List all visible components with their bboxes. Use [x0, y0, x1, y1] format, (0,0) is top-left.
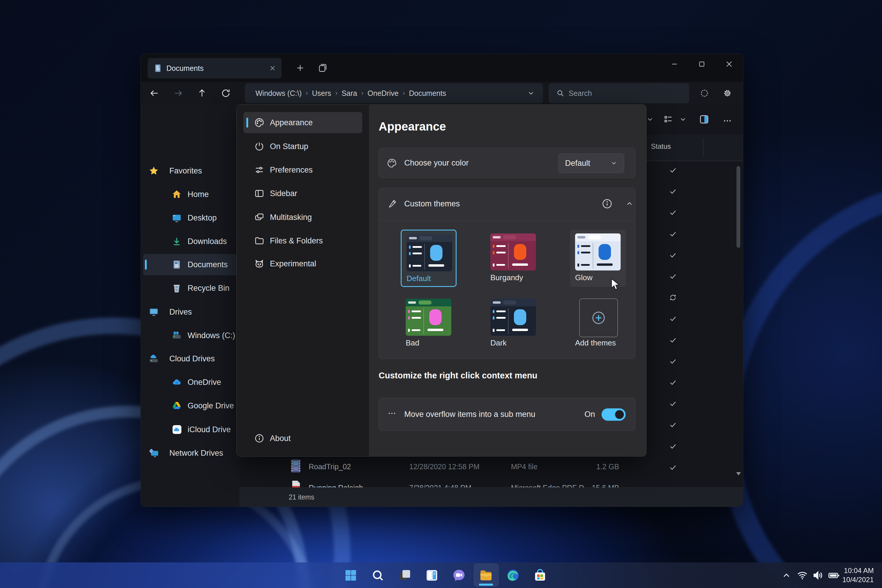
tab-documents[interactable]: Documents — [148, 58, 282, 78]
sidebar-item-network-drives[interactable]: Network Drives — [141, 442, 239, 464]
scrollbar-down-arrow[interactable] — [736, 471, 741, 476]
microsoft-store-icon[interactable] — [531, 567, 549, 584]
breadcrumb-item[interactable]: Windows (C:\) — [255, 89, 302, 98]
choose-color-label: Choose your color — [404, 159, 469, 168]
settings-nav-on-startup[interactable]: On Startup — [243, 136, 362, 157]
themes-info-icon[interactable] — [601, 198, 613, 210]
breadcrumb-item[interactable]: Documents — [409, 89, 446, 98]
status-check-icon — [669, 379, 677, 386]
status-sync-icon — [669, 294, 677, 302]
sort-chevron-icon[interactable] — [646, 116, 654, 123]
chat-icon[interactable] — [450, 567, 468, 584]
edge-browser-icon[interactable] — [504, 567, 522, 584]
sidebar-item-windows-c-drive[interactable]: Windows (C:) — [141, 325, 239, 346]
tab-close-icon[interactable] — [269, 64, 276, 72]
forward-button[interactable] — [171, 87, 185, 99]
breadcrumb-item[interactable]: OneDrive — [368, 89, 399, 98]
tab-layout-icon[interactable] — [313, 58, 332, 77]
sidebar-item-desktop[interactable]: Desktop — [141, 207, 239, 228]
brush-icon — [387, 199, 397, 209]
address-dropdown-icon[interactable] — [527, 89, 535, 97]
themes-collapse-chevron-icon[interactable] — [626, 200, 634, 208]
taskbar-clock[interactable]: 10:04 AM 10/4/2021 — [842, 566, 874, 584]
color-dropdown[interactable]: Default — [558, 153, 624, 173]
sidebar-item-favorites[interactable]: Favorites — [141, 160, 239, 182]
folder-icon — [254, 236, 265, 246]
settings-nav-files-folders[interactable]: Files & Folders — [243, 230, 362, 251]
layout-chevron-icon[interactable] — [679, 116, 687, 123]
settings-nav-preferences[interactable]: Preferences — [243, 159, 362, 180]
settings-content: Appearance Choose your color Default — [369, 105, 646, 456]
sidebar-item-icloud-drive[interactable]: iCloud Drive — [141, 419, 239, 440]
status-check-icon — [669, 188, 677, 195]
cloud-drives-icon — [148, 353, 159, 364]
minimize-button[interactable] — [664, 54, 685, 74]
google-drive-icon — [171, 400, 182, 411]
theme-tile-default[interactable]: Default — [401, 230, 457, 287]
tray-chevron-up-icon[interactable] — [778, 567, 795, 584]
settings-nav-about[interactable]: About — [243, 428, 362, 449]
add-themes-tile[interactable]: Add themes — [570, 295, 626, 352]
settings-nav-sidebar[interactable]: Sidebar — [243, 183, 362, 204]
color-dropdown-value: Default — [565, 159, 590, 168]
video-file-icon — [290, 459, 302, 473]
sidebar-item-downloads[interactable]: Downloads — [141, 231, 239, 252]
close-button[interactable] — [719, 54, 740, 74]
settings-nav-experimental[interactable]: Experimental — [243, 253, 362, 274]
settings-gear-icon[interactable] — [721, 87, 734, 99]
sidebar-item-cloud-drives[interactable]: Cloud Drives — [141, 348, 239, 369]
sidebar-item-home[interactable]: Home — [141, 184, 239, 205]
sidebar-item-recycle-bin[interactable]: Recycle Bin — [141, 278, 239, 299]
back-button[interactable] — [148, 87, 161, 99]
preview-pane-icon[interactable] — [699, 114, 710, 125]
volume-icon[interactable] — [809, 567, 827, 584]
theme-tile-bad[interactable]: Bad — [401, 295, 457, 352]
titlebar[interactable]: Documents — [141, 54, 743, 82]
palette-icon — [254, 117, 265, 128]
breadcrumb-item[interactable]: Users — [312, 89, 331, 98]
column-header-status[interactable]: Status — [651, 142, 671, 150]
maximize-button[interactable] — [692, 54, 712, 74]
sidebar: Favorites Home Desktop Downloads Documen… — [141, 104, 239, 507]
scrollbar-thumb[interactable] — [736, 166, 740, 248]
theme-tile-burgandy[interactable]: Burgandy — [485, 230, 541, 287]
settings-nav-appearance[interactable]: Appearance — [243, 112, 362, 133]
more-options-icon[interactable] — [723, 116, 732, 126]
card-divider — [379, 220, 635, 221]
color-palette-icon — [387, 158, 397, 168]
battery-icon[interactable] — [825, 567, 843, 584]
search-placeholder: Search — [568, 89, 592, 98]
status-check-icon — [669, 336, 677, 344]
clock-date: 10/4/2021 — [842, 575, 874, 584]
drives-icon — [148, 307, 159, 317]
theme-tile-dark[interactable]: Dark — [485, 295, 541, 352]
items-count: 21 items — [289, 494, 314, 501]
settings-nav-multitasking[interactable]: Multitasking — [243, 207, 362, 228]
breadcrumb-item[interactable]: Sara — [342, 89, 357, 98]
new-tab-button[interactable] — [291, 58, 310, 77]
task-view-icon[interactable] — [396, 567, 414, 584]
search-box[interactable]: Search — [549, 83, 689, 103]
files-app-icon[interactable] — [477, 567, 495, 584]
info-icon — [254, 433, 265, 444]
sidebar-item-google-drive[interactable]: Google Drive — [141, 395, 239, 416]
layout-list-icon[interactable] — [663, 114, 673, 124]
wifi-icon[interactable] — [794, 567, 811, 584]
up-button[interactable] — [195, 87, 209, 99]
settings-nav: Appearance On Startup Preferences — [237, 105, 369, 456]
sidebar-item-drives[interactable]: Drives — [141, 302, 239, 322]
column-divider[interactable] — [703, 138, 704, 156]
navigation-toolbar: Windows (C:\)›Users›Sara›OneDrive›Docume… — [141, 82, 743, 104]
refresh-button[interactable] — [219, 87, 232, 99]
start-button-icon[interactable] — [342, 567, 360, 584]
home-icon — [171, 189, 182, 200]
breadcrumb-separator-icon: › — [362, 89, 363, 97]
overflow-toggle-switch[interactable] — [602, 408, 626, 421]
taskbar-search-icon[interactable] — [369, 567, 387, 584]
sidebar-item-documents[interactable]: Documents — [141, 254, 239, 275]
sidebar-item-onedrive[interactable]: OneDrive — [141, 372, 239, 393]
widgets-icon[interactable] — [423, 567, 441, 584]
downloads-icon — [171, 236, 182, 247]
recycle-bin-icon — [171, 283, 182, 293]
address-bar[interactable]: Windows (C:\)›Users›Sara›OneDrive›Docume… — [245, 83, 543, 103]
